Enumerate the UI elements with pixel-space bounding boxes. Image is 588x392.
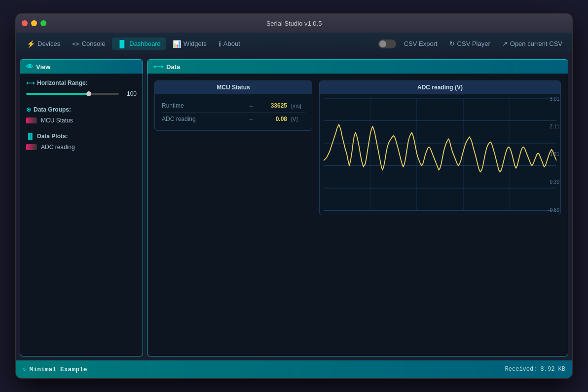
window-title: Serial Studio v1.0.5	[266, 20, 322, 27]
runtime-row: Runtime ↔ 33625 [ms]	[162, 99, 305, 113]
y-axis-labels: 3.01 2.11 1.21 0.30 -0.60	[547, 94, 560, 215]
dashboard-label: Dashboard	[129, 40, 161, 47]
runtime-unit: [ms]	[291, 103, 305, 109]
adc-chart-svg	[324, 98, 556, 211]
view-icon: 👁	[26, 63, 33, 71]
view-panel-title: View	[36, 63, 50, 71]
data-groups-title: ⊛ Data Groups:	[26, 106, 137, 113]
maximize-button[interactable]	[40, 20, 46, 26]
console-label: Console	[82, 40, 106, 47]
data-panel-title: Data	[166, 63, 180, 71]
statusbar: > Minimal Example Received: 8.92 KB	[16, 360, 572, 378]
adc-row: ADC reading ↔ 0.08 [V]	[162, 113, 305, 125]
open-csv-icon: ↗	[502, 40, 508, 47]
runtime-arrows: ↔	[249, 103, 254, 109]
mcu-card-body: Runtime ↔ 33625 [ms] ADC reading ↔ 0.08 …	[155, 94, 312, 130]
range-value: 100	[123, 90, 137, 97]
tab-console[interactable]: <> Console	[67, 38, 110, 50]
adc-label: ADC reading	[162, 116, 245, 122]
plots-icon: ▐▌	[26, 133, 35, 140]
y-label-1: 3.01	[548, 96, 559, 102]
adc-chart-card: ADC reading (V)	[319, 80, 561, 215]
mcu-group-label: MCU Status	[41, 117, 73, 124]
range-row: 100	[26, 90, 137, 97]
devices-icon: ⚡	[27, 40, 35, 48]
horizontal-range-section: ⟷ Horizontal Range: 100	[26, 79, 137, 97]
mcu-color-swatch	[26, 118, 37, 123]
adc-value: 0.08	[257, 116, 287, 122]
csv-player-button[interactable]: ↻ CSV Player	[445, 38, 494, 49]
tab-about[interactable]: ℹ About	[214, 38, 245, 50]
csv-export-label[interactable]: CSV Export	[400, 38, 441, 49]
adc-unit: [V]	[291, 116, 305, 122]
horizontal-range-title: ⟷ Horizontal Range:	[26, 79, 137, 86]
titlebar: Serial Studio v1.0.5	[16, 14, 572, 33]
adc-card-header: ADC reading (V)	[320, 81, 560, 94]
data-groups-section: ⊛ Data Groups: MCU Status	[26, 106, 137, 124]
range-slider[interactable]	[26, 93, 119, 95]
statusbar-title: Minimal Example	[30, 366, 87, 373]
y-label-5: -0.60	[548, 207, 559, 213]
devices-label: Devices	[37, 40, 60, 47]
data-panel: ⟷ Data MCU Status Runtime ↔ 33625 [ms]	[147, 59, 568, 356]
close-button[interactable]	[22, 20, 28, 26]
adc-chart-area: 3.01 2.11 1.21 0.30 -0.60	[320, 94, 560, 215]
toolbar: ⚡ Devices <> Console ▐▌ Dashboard 📊 Widg…	[16, 33, 572, 55]
data-icon: ⟷	[153, 63, 163, 71]
data-panel-header: ⟷ Data	[147, 60, 568, 74]
statusbar-received: Received: 8.92 KB	[505, 366, 565, 373]
main-window: Serial Studio v1.0.5 ⚡ Devices <> Consol…	[15, 13, 573, 379]
plot-item-adc: ADC reading	[26, 144, 137, 151]
tab-devices[interactable]: ⚡ Devices	[22, 38, 65, 50]
widgets-icon: 📊	[173, 40, 181, 48]
data-panel-body: MCU Status Runtime ↔ 33625 [ms] ADC read…	[147, 74, 568, 356]
tab-widgets[interactable]: 📊 Widgets	[168, 38, 212, 50]
mcu-status-card: MCU Status Runtime ↔ 33625 [ms] ADC read…	[154, 80, 312, 131]
widgets-label: Widgets	[184, 40, 207, 47]
y-label-2: 2.11	[548, 124, 559, 129]
group-item-mcu: MCU Status	[26, 117, 137, 124]
adc-plot-label: ADC reading	[41, 144, 75, 151]
view-panel-body: ⟷ Horizontal Range: 100 ⊛ Data Groups:	[20, 74, 143, 356]
console-icon: <>	[72, 40, 79, 47]
dashboard-icon: ▐▌	[117, 40, 127, 48]
view-panel-header: 👁 View	[20, 60, 143, 74]
csv-player-icon: ↻	[449, 40, 455, 47]
tab-dashboard[interactable]: ▐▌ Dashboard	[112, 38, 165, 50]
toolbar-right: CSV Export ↻ CSV Player ↗ Open current C…	[378, 38, 566, 49]
window-controls	[22, 20, 46, 26]
range-slider-thumb[interactable]	[86, 91, 91, 96]
main-content: 👁 View ⟷ Horizontal Range: 100	[16, 55, 572, 360]
about-label: About	[223, 40, 240, 47]
chart-container	[324, 98, 556, 211]
view-panel: 👁 View ⟷ Horizontal Range: 100	[20, 59, 143, 356]
csv-export-toggle[interactable]	[378, 39, 396, 48]
data-plots-section: ▐▌ Data Plots: ADC reading	[26, 133, 137, 151]
minimize-button[interactable]	[31, 20, 37, 26]
about-icon: ℹ	[219, 40, 221, 48]
statusbar-chevron[interactable]: >	[23, 366, 27, 373]
groups-icon: ⊛	[26, 106, 31, 113]
adc-arrows: ↔	[249, 117, 254, 122]
y-label-4: 0.30	[548, 179, 559, 185]
runtime-value: 33625	[257, 102, 287, 109]
data-plots-title: ▐▌ Data Plots:	[26, 133, 137, 140]
open-csv-button[interactable]: ↗ Open current CSV	[498, 38, 566, 49]
mcu-card-header: MCU Status	[155, 81, 312, 94]
range-icon: ⟷	[26, 79, 35, 86]
adc-color-swatch	[26, 144, 37, 150]
y-label-3: 1.21	[548, 152, 559, 157]
runtime-label: Runtime	[162, 102, 245, 109]
